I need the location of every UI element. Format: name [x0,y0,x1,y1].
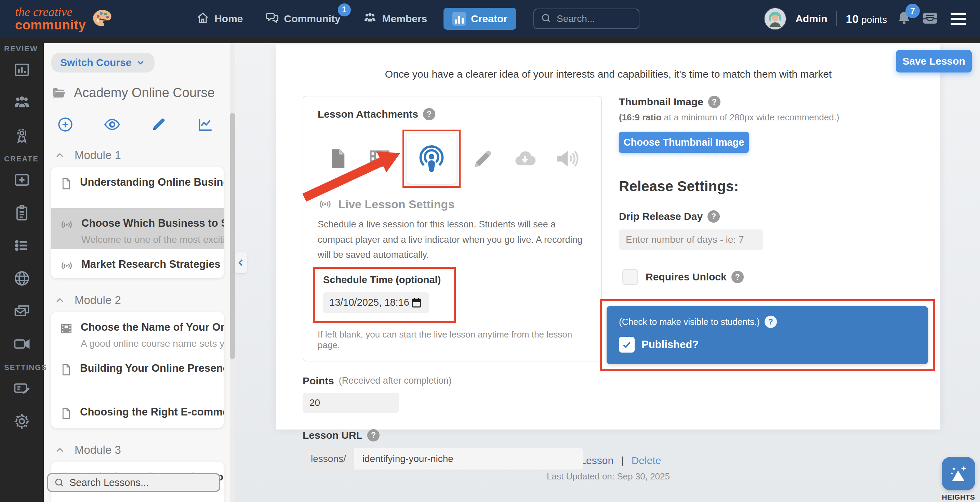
module-header-2[interactable]: Module 2 [51,294,224,307]
avatar[interactable] [764,8,786,30]
billing-icon[interactable] [0,372,44,405]
requires-unlock-checkbox[interactable] [622,269,638,285]
document-icon [59,406,73,424]
edit-pencil-icon[interactable] [150,116,167,133]
editor-right-column: Thumbnail Image ? (16:9 ratio at a minim… [619,96,940,371]
lesson-row[interactable]: Understanding Online Business ... [51,167,224,208]
nav-item-community[interactable]: Community 1 [265,11,340,27]
sidebar-collapse-button[interactable] [235,252,247,273]
lesson-row[interactable]: Choosing the Right E-commerce ... [51,397,224,428]
module-title: Module 2 [75,294,121,307]
help-icon[interactable]: ? [708,96,721,108]
attachments-header: Lesson Attachments ? [318,108,587,120]
schedule-time-input[interactable]: 13/10/2025, 18:16 [323,292,429,313]
clipboard-icon[interactable] [0,196,44,229]
calendar-icon [410,297,422,308]
video-icon[interactable] [0,328,44,360]
help-icon[interactable]: ? [708,210,720,223]
module-header-1[interactable]: Module 1 [51,149,224,162]
drip-release-input[interactable] [619,229,763,250]
gear-icon[interactable] [0,405,44,438]
course-tools [51,116,224,133]
file-attachment-icon[interactable] [319,146,356,172]
published-checkbox[interactable] [619,337,635,352]
edit-attachment-icon[interactable] [465,147,502,171]
brand-logo-text: the creative community [15,6,86,32]
module-header-3[interactable]: Module 3 [51,443,224,456]
navbar-right: Admin 10 points 7 [764,0,966,38]
download-attachment-icon[interactable] [506,147,544,170]
choose-thumbnail-button[interactable]: Choose Thumbnail Image [619,132,749,153]
menu-icon[interactable] [951,13,966,25]
lesson-title: Market Research Strategies [81,258,221,271]
live-icon [59,258,74,274]
nav-item-label: Home [215,13,243,25]
chevron-left-icon [236,258,246,268]
video-attachment-icon[interactable] [361,147,398,171]
search-icon [540,12,552,25]
nav-divider [836,11,837,26]
inbox-icon[interactable] [921,10,939,28]
help-icon[interactable]: ? [732,271,744,283]
lesson-row[interactable]: Choose the Name of Your Online... A good… [51,312,224,353]
add-circle-icon[interactable] [57,116,74,133]
nav-item-members[interactable]: Members [363,11,428,27]
add-lesson-icon[interactable] [0,163,44,196]
annotation-box-podcast [402,130,461,188]
search-lessons-bar[interactable] [47,473,220,492]
requires-unlock-label: Requires Unlock [646,271,727,283]
requires-unlock-header: Requires Unlock ? [646,271,744,283]
save-lesson-button[interactable]: Save Lesson [896,50,972,72]
playlist-icon[interactable] [0,229,44,262]
podcast-attachment-icon[interactable] [407,134,457,183]
sidebar-scrollbar-thumb[interactable] [230,113,235,359]
lesson-url-input[interactable] [354,448,583,470]
sub-navbar-strip [0,38,980,43]
help-icon[interactable]: ? [423,108,435,120]
globe-icon[interactable] [0,262,44,295]
published-note: (Check to make visible to students.) [619,317,760,327]
chevron-up-icon [54,150,66,161]
awards-icon[interactable] [0,119,44,152]
search-input[interactable] [557,13,625,24]
notifications-button[interactable]: 7 [896,10,912,28]
stats-chart-icon[interactable] [196,116,214,133]
nav-item-home[interactable]: Home [196,11,243,27]
preview-eye-icon[interactable] [103,116,121,133]
members-review-icon[interactable] [0,86,44,119]
switch-course-button[interactable]: Switch Course [51,53,154,72]
drip-release-header: Drip Release Day ? [619,210,940,223]
drip-release-label: Drip Release Day [619,210,703,222]
chevron-up-icon [54,295,66,306]
analytics-icon[interactable] [0,53,44,86]
global-search[interactable] [533,8,640,29]
lesson-editor-card: Once you have a clearer idea of your int… [276,45,940,430]
user-name[interactable]: Admin [795,13,827,25]
schedule-time-label: Schedule Time (optional) [323,274,445,285]
rail-section-review: REVIEW [0,45,44,53]
live-settings-title: Live Lesson Settings [338,198,455,211]
help-icon[interactable]: ? [367,429,380,441]
delete-lesson-link[interactable]: Delete [632,455,661,466]
lesson-row[interactable]: Market Research Strategies [51,249,224,278]
points-input[interactable] [302,393,399,413]
chevron-up-icon [54,444,66,456]
heights-ai-button[interactable] [942,457,975,490]
module-card-1: Understanding Online Business ... Choose… [51,167,224,278]
course-header: Academy Online Course [51,86,224,100]
brand-logo[interactable]: the creative community [15,6,114,32]
mail-icon[interactable] [0,295,44,328]
lesson-row[interactable]: Building Your Online Presence [51,353,224,397]
published-check-row: Published? [619,337,916,352]
live-settings-header: Live Lesson Settings [318,197,587,211]
help-icon[interactable]: ? [765,316,777,328]
published-note-row: (Check to make visible to students.) ? [619,316,916,328]
check-icon [622,339,632,350]
nav-item-creator[interactable]: Creator [444,8,516,30]
film-icon [59,321,73,349]
attachment-type-row [318,129,587,188]
annotation-box-schedule: Schedule Time (optional) 13/10/2025, 18:… [313,267,456,323]
audio-attachment-icon[interactable] [548,147,585,171]
search-lessons-input[interactable] [69,477,206,488]
lesson-row-selected[interactable]: Choose Which Business to Start Welcome t… [51,208,224,249]
